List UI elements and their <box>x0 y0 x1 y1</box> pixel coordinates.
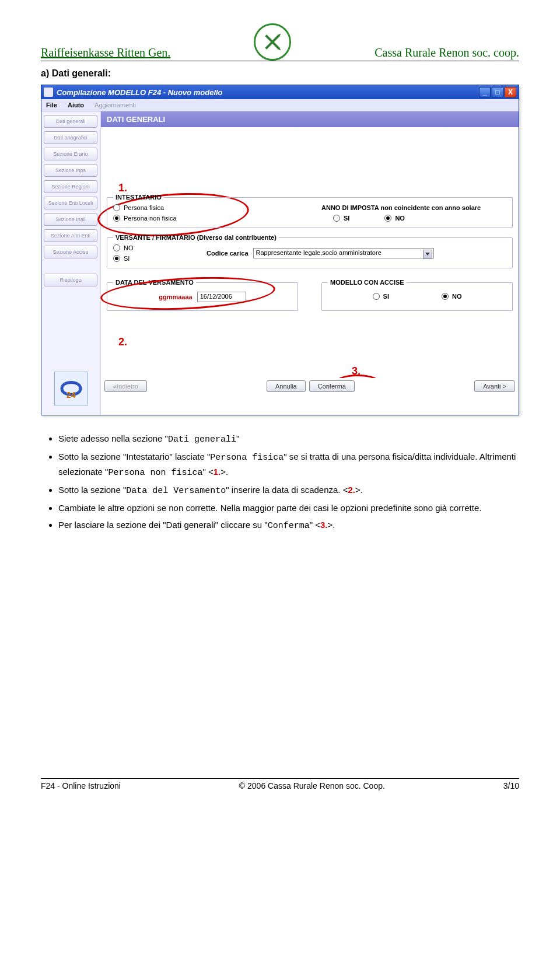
sidebar-item-sezione-altri-enti[interactable]: Sezione Altri Enti <box>44 229 97 242</box>
label-accise-si: SI <box>383 293 389 300</box>
radio-versante-no[interactable] <box>113 244 120 251</box>
avanti-button[interactable]: Avanti > <box>474 380 515 392</box>
app-window: Compilazione MODELLO F24 - Nuovo modello… <box>41 85 519 415</box>
sidebar-item-sezione-enti-locali[interactable]: Sezione Enti Locali <box>44 197 97 209</box>
bullet-1: Siete adesso nella sezione "Dati general… <box>58 432 519 446</box>
radio-versante-si[interactable] <box>113 255 120 262</box>
radio-persona-fisica[interactable] <box>113 204 120 211</box>
footer-center: © 2006 Cassa Rurale Renon soc. Coop. <box>239 781 385 790</box>
annotation-2: 2. <box>118 336 127 348</box>
app-icon <box>44 88 53 97</box>
radio-anno-no[interactable] <box>384 215 391 222</box>
radio-persona-non-fisica[interactable] <box>113 215 120 222</box>
sidebar-item-sezione-inps[interactable]: Sezione Inps <box>44 164 97 177</box>
label-versante-si: SI <box>124 255 130 262</box>
minimize-button[interactable]: _ <box>479 87 491 97</box>
label-persona-fisica: Persona fisica <box>124 204 164 211</box>
menu-aggiornamenti[interactable]: Aggiornamenti <box>94 102 136 109</box>
label-anno-no: NO <box>395 215 405 222</box>
label-anno-si: SI <box>344 215 349 222</box>
bullet-3: Sotto la sezione "Data del Versamento" i… <box>58 483 519 498</box>
sidebar-f24-logo-icon: 24 <box>54 372 88 405</box>
sidebar-item-riepilogo[interactable]: Riepilogo <box>44 274 97 286</box>
sidebar-item-dati-generali[interactable]: Dati generali <box>44 115 97 128</box>
footer-right: 3/10 <box>503 781 519 790</box>
indietro-button[interactable]: Indietro <box>104 380 147 392</box>
sidebar-item-sezione-inail[interactable]: Sezione Inail <box>44 213 97 226</box>
maximize-button[interactable]: □ <box>492 87 503 97</box>
data-versamento-legend: DATA DEL VERSAMENTO <box>113 279 196 286</box>
intestatario-group: INTESTATARIO Persona fisica Persona non … <box>107 194 513 228</box>
section-title: a) Dati generali: <box>41 68 519 79</box>
bullet-2: Sotto la sezione "Intestatario" lasciate… <box>58 450 519 480</box>
header-left: Raiffeisenkasse Ritten Gen. <box>41 46 170 60</box>
label-accise-no: NO <box>452 293 462 300</box>
radio-accise-no[interactable] <box>442 293 449 300</box>
window-footer: Indietro Annulla Conferma Avanti > <box>101 378 519 396</box>
label-versante-no: NO <box>124 244 134 251</box>
sidebar-item-dati-anagrafici[interactable]: Dati anagrafici <box>44 131 97 144</box>
menu-file[interactable]: File <box>46 102 57 109</box>
footer-left: F24 - Online Istruzioni <box>41 781 121 790</box>
page-footer: F24 - Online Istruzioni © 2006 Cassa Rur… <box>41 778 519 790</box>
section-banner: DATI GENERALI <box>101 111 519 127</box>
instruction-text: Siete adesso nella sezione "Dati general… <box>41 432 519 533</box>
window-title: Compilazione MODELLO F24 - Nuovo modello <box>57 88 223 97</box>
codice-carica-select[interactable]: Rappresentante legale,socio amministrato… <box>253 248 434 258</box>
sidebar-item-sezione-erario[interactable]: Sezione Erario <box>44 148 97 160</box>
sidebar-item-sezione-accise[interactable]: Sezione Accise <box>44 246 97 258</box>
conferma-button[interactable]: Conferma <box>309 380 355 392</box>
title-bar: Compilazione MODELLO F24 - Nuovo modello… <box>41 85 519 99</box>
sidebar: Dati generali Dati anagrafici Sezione Er… <box>41 111 101 415</box>
header-logo-icon <box>254 23 291 61</box>
data-versamento-group: DATA DEL VERSAMENTO ggmmaaaa 16/12/2006 <box>107 279 298 311</box>
radio-accise-si[interactable] <box>373 293 380 300</box>
bullet-5: Per lasciare la sezione dei "Dati genera… <box>58 518 519 533</box>
menu-aiuto[interactable]: Aiuto <box>68 102 84 109</box>
versante-group: VERSANTE / FIRMATARIO (Diverso dal contr… <box>107 234 513 268</box>
radio-anno-si[interactable] <box>333 215 340 222</box>
header-right: Cassa Rurale Renon soc. coop. <box>374 46 519 60</box>
close-button[interactable]: X <box>505 87 516 97</box>
versante-legend: VERSANTE / FIRMATARIO (Diverso dal contr… <box>113 234 279 241</box>
codice-carica-label: Codice carica <box>206 250 249 257</box>
bullet-4: Cambiate le altre opzioni se non corrett… <box>58 501 519 515</box>
intestatario-legend: INTESTATARIO <box>113 194 164 201</box>
accise-legend: MODELLO CON ACCISE <box>328 279 407 286</box>
accise-group: MODELLO CON ACCISE SI NO <box>321 279 513 311</box>
anno-imposta-label: ANNO DI IMPOSTA non coincidente con anno… <box>321 204 506 211</box>
svg-text:24: 24 <box>66 390 76 400</box>
page-header: Raiffeisenkasse Ritten Gen. Cassa Rurale… <box>41 23 519 61</box>
date-input[interactable]: 16/12/2006 <box>197 292 246 302</box>
label-persona-non-fisica: Persona non fisica <box>124 215 177 222</box>
date-format-hint: ggmmaaaa <box>159 293 192 300</box>
annotation-3: 3. <box>352 365 360 377</box>
menu-bar: File Aiuto Aggiornamenti <box>41 99 519 111</box>
annotation-1: 1. <box>118 182 127 194</box>
sidebar-item-sezione-regioni[interactable]: Sezione Regioni <box>44 180 97 193</box>
annulla-button[interactable]: Annulla <box>267 380 306 392</box>
